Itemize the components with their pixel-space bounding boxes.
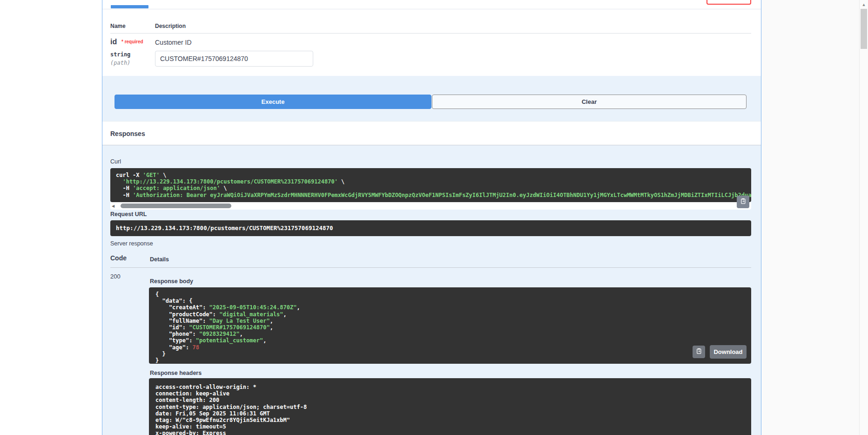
parameter-location: (path): [110, 60, 130, 66]
required-badge: * required: [121, 39, 143, 44]
code-line: "createAt": "2025-09-05T10:45:24.870Z",: [155, 304, 745, 311]
copy-response-button[interactable]: [693, 346, 705, 358]
column-header-name: Name: [110, 23, 126, 29]
scrollbar-thumb[interactable]: [861, 9, 867, 49]
code-line: "age": 78: [155, 344, 745, 351]
curl-horizontal-scrollbar[interactable]: ◀: [110, 202, 751, 210]
clipboard-icon: [695, 347, 702, 356]
clipboard-icon: [740, 197, 747, 206]
status-code: 200: [110, 273, 121, 280]
clear-button[interactable]: Clear: [432, 95, 747, 109]
code-line: 'http://13.229.134.173:7800/pcustomers/C…: [116, 178, 746, 185]
curl-code-block: curl -X 'GET' \ 'http://13.229.134.173:7…: [110, 168, 751, 202]
code-line: x-powered-by: Express: [155, 430, 745, 435]
scroll-left-icon[interactable]: ◀: [112, 204, 114, 208]
code-line: "productCode": "digital_materials",: [155, 311, 745, 318]
code-line: access-control-allow-origin: *: [155, 384, 745, 390]
scroll-up-icon[interactable]: ▲: [860, 2, 868, 7]
table-header-divider: [110, 33, 751, 34]
server-response-label: Server response: [110, 240, 153, 247]
section-header-divider: [102, 9, 761, 9]
response-headers-code-block: access-control-allow-origin: *connection…: [149, 378, 751, 435]
responses-section-header: [102, 121, 761, 145]
code-line: date: Fri,05 Sep 2025 11:06:31 GMT: [155, 410, 745, 417]
download-button[interactable]: Download: [710, 345, 747, 359]
code-line: -H 'Authorization: Bearer eyJraWQiOiJVaX…: [116, 192, 746, 198]
details-column-header: Details: [150, 256, 169, 263]
request-url-value: http://13.229.134.173:7800/pcustomers/CU…: [110, 220, 751, 236]
parameter-id-input[interactable]: [155, 51, 313, 67]
code-line: "phone": "0928329412",: [155, 331, 745, 337]
parameter-name: id: [110, 38, 117, 46]
code-line: }: [155, 357, 745, 364]
code-line: "data": {: [155, 298, 745, 304]
code-line: content-type: application/json; charset=…: [155, 404, 745, 410]
responses-title: Responses: [110, 130, 145, 137]
code-line: curl -X 'GET' \: [116, 172, 746, 178]
cancel-button-fragment[interactable]: [707, 0, 751, 5]
code-line: etag: W/"c8-9pwEfnu2cr8YQjin5eitKJa1xbM": [155, 417, 745, 423]
request-url-label: Request URL: [110, 211, 147, 218]
code-line: connection: keep-alive: [155, 390, 745, 397]
code-line: "id": "CUSTOMER#1757069124870",: [155, 324, 745, 331]
code-line: {: [155, 291, 745, 298]
parameter-type: string: [110, 51, 130, 58]
code-line: "fullName": "Day La Test User",: [155, 318, 745, 324]
code-column-header: Code: [110, 254, 127, 262]
curl-scrollbar-thumb[interactable]: [121, 204, 231, 208]
page-scrollbar[interactable]: ▲: [859, 0, 868, 435]
code-line: }: [155, 351, 745, 357]
column-header-description: Description: [155, 23, 186, 29]
code-line: "type": "potential_customer",: [155, 337, 745, 344]
swagger-ui-page: ▲ Name Description id * required string …: [0, 0, 868, 435]
execute-button[interactable]: Execute: [114, 95, 431, 109]
response-table-divider: [110, 267, 751, 268]
code-line: content-length: 200: [155, 397, 745, 403]
code-line: keep-alive: timeout=5: [155, 423, 745, 430]
parameter-description: Customer ID: [155, 39, 192, 46]
code-line: -H 'accept: application/json' \: [116, 185, 746, 191]
curl-label: Curl: [110, 158, 121, 165]
response-body-code-block: { "data": { "createAt": "2025-09-05T10:4…: [149, 287, 751, 364]
active-tab-underline-fragment[interactable]: [111, 5, 148, 8]
response-body-label: Response body: [150, 278, 193, 285]
response-headers-label: Response headers: [150, 370, 202, 376]
page-right-gutter: [761, 0, 859, 435]
copy-curl-button[interactable]: [737, 196, 749, 208]
